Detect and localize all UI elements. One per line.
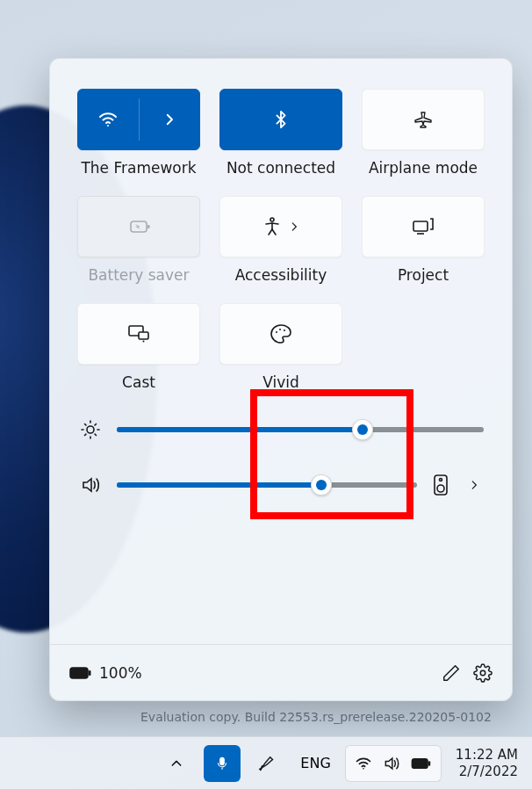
wifi-icon — [97, 109, 119, 130]
battery-tray-icon — [411, 756, 432, 771]
clock-date: 2/7/2022 — [459, 764, 518, 780]
accessibility-icon — [262, 216, 283, 237]
cast-label: Cast — [122, 373, 155, 391]
audio-output-button[interactable] — [431, 474, 450, 496]
svg-rect-16 — [89, 670, 91, 676]
battery-icon — [69, 665, 92, 681]
project-label: Project — [398, 266, 449, 284]
svg-point-0 — [107, 125, 109, 127]
wifi-toggle[interactable] — [78, 90, 139, 149]
edit-quick-settings-button[interactable] — [442, 663, 461, 683]
pen-tray-button[interactable] — [249, 745, 286, 782]
cast-tile[interactable] — [77, 303, 200, 365]
quick-settings-grid: The Framework Not connected Airplane mod… — [50, 59, 512, 400]
svg-point-17 — [480, 670, 485, 676]
volume-slider-row — [78, 474, 484, 496]
svg-point-13 — [440, 479, 442, 481]
bluetooth-label: Not connected — [226, 159, 335, 177]
accessibility-label: Accessibility — [235, 266, 327, 284]
brightness-thumb[interactable] — [352, 419, 373, 440]
brightness-slider-row — [78, 419, 484, 440]
svg-point-10 — [284, 329, 285, 331]
language-indicator[interactable]: ENG — [295, 745, 335, 782]
project-icon — [412, 217, 435, 236]
svg-point-7 — [143, 341, 145, 343]
svg-rect-2 — [147, 225, 150, 228]
project-tile[interactable] — [362, 196, 485, 257]
battery-saver-label: Battery saver — [88, 266, 189, 284]
panel-footer: 100% — [50, 644, 512, 700]
chevron-right-icon — [288, 221, 300, 233]
palette-icon — [270, 323, 292, 344]
battery-text: 100% — [99, 664, 142, 682]
microphone-indicator[interactable] — [204, 745, 241, 782]
clock-time: 11:22 AM — [456, 747, 518, 764]
svg-rect-18 — [220, 757, 225, 764]
tray-overflow-button[interactable] — [158, 745, 195, 782]
system-tray[interactable] — [345, 745, 442, 782]
battery-saver-icon — [126, 217, 151, 236]
wifi-tray-icon — [355, 755, 372, 772]
taskbar: ENG 11:22 AM 2/7/2022 — [0, 736, 532, 789]
quick-settings-panel: The Framework Not connected Airplane mod… — [49, 58, 513, 701]
svg-rect-15 — [70, 668, 88, 678]
svg-point-11 — [87, 426, 94, 433]
vivid-tile[interactable] — [219, 303, 342, 365]
svg-point-9 — [279, 329, 281, 330]
windows-watermark: Evaluation copy. Build 22553.rs_prerelea… — [140, 710, 492, 724]
cast-icon — [127, 324, 150, 344]
bluetooth-icon — [271, 110, 291, 129]
svg-rect-6 — [139, 332, 148, 339]
volume-tray-icon — [383, 755, 400, 772]
brightness-icon — [78, 419, 103, 440]
chevron-right-icon — [162, 112, 177, 127]
audio-expand-button[interactable] — [464, 479, 484, 491]
svg-point-19 — [363, 768, 364, 770]
svg-rect-20 — [412, 758, 428, 768]
volume-icon — [78, 474, 103, 496]
bluetooth-tile[interactable] — [219, 89, 342, 150]
airplane-icon — [413, 109, 434, 130]
wifi-tile[interactable] — [77, 89, 200, 150]
airplane-mode-label: Airplane mode — [369, 159, 478, 177]
volume-thumb[interactable] — [311, 474, 332, 496]
svg-point-14 — [437, 485, 444, 492]
svg-point-3 — [270, 218, 274, 221]
settings-button[interactable] — [473, 663, 492, 683]
vivid-label: Vivid — [262, 373, 299, 391]
svg-point-8 — [276, 331, 277, 333]
svg-rect-21 — [428, 761, 430, 765]
clock[interactable]: 11:22 AM 2/7/2022 — [450, 747, 523, 780]
wifi-expand[interactable] — [140, 90, 200, 149]
accessibility-tile[interactable] — [219, 196, 342, 257]
volume-slider[interactable] — [117, 482, 417, 488]
airplane-mode-tile[interactable] — [362, 89, 485, 150]
sliders-section — [50, 400, 512, 505]
wifi-label: The Framework — [81, 159, 196, 177]
svg-rect-4 — [413, 221, 428, 231]
battery-saver-tile — [77, 196, 200, 257]
brightness-slider[interactable] — [117, 427, 484, 432]
